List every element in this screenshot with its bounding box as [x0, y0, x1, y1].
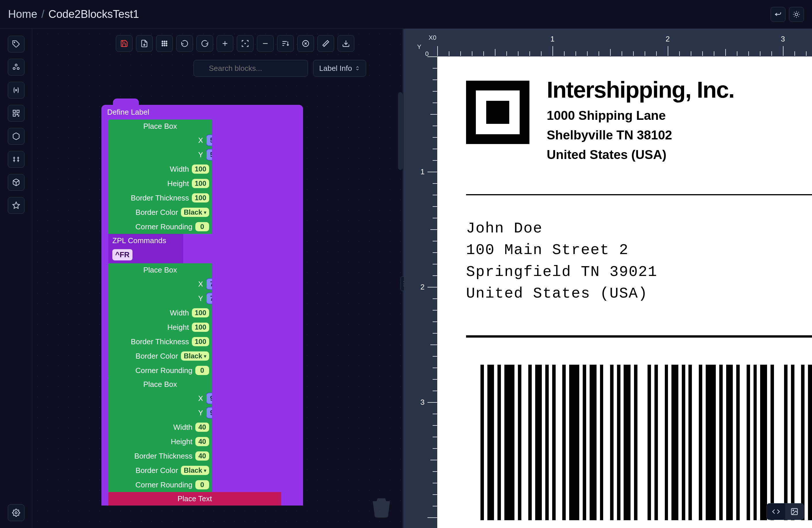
svg-point-14: [164, 43, 165, 44]
logo-icon: [466, 80, 530, 144]
breadcrumb: Home / Code2BlocksTest1: [8, 8, 139, 20]
undo-button[interactable]: [176, 35, 193, 52]
ruler-button[interactable]: [317, 35, 334, 52]
svg-rect-7: [13, 114, 15, 116]
image-view-button[interactable]: [785, 503, 804, 520]
redo-button[interactable]: [197, 35, 213, 52]
minus-button[interactable]: [257, 35, 274, 52]
width-value[interactable]: 40: [195, 423, 209, 432]
company-name: Intershipping, Inc.: [547, 77, 734, 103]
block-title: Place Box: [108, 119, 212, 133]
recipient-line: United States (USA): [466, 283, 657, 305]
recipient-line: John Doe: [466, 218, 657, 239]
company-addr2: Shelbyville TN 38102: [547, 128, 734, 142]
sidebar: [0, 29, 32, 528]
height-value[interactable]: 100: [192, 179, 209, 188]
export-file-button[interactable]: [136, 35, 153, 52]
label-canvas[interactable]: Intershipping, Inc. 1000 Shipping Lane S…: [437, 57, 812, 528]
recipient-line: 100 Main Street 2: [466, 239, 657, 261]
width-value[interactable]: 100: [192, 308, 209, 318]
company-address: Intershipping, Inc. 1000 Shipping Lane S…: [547, 77, 734, 162]
svg-marker-8: [13, 202, 19, 208]
svg-rect-5: [13, 110, 15, 113]
block-title: Place Box: [108, 263, 212, 277]
border-color-value[interactable]: Black: [181, 466, 209, 475]
svg-point-11: [164, 41, 165, 42]
place-box-block-1[interactable]: Place Box X75 Y75 Width100 Height100 Bor…: [108, 263, 212, 378]
recipient-address: John Doe 100 Main Street 2 Springfield T…: [466, 218, 657, 305]
border-color-value[interactable]: Black: [181, 208, 209, 217]
svg-point-10: [162, 41, 163, 42]
border-color-value[interactable]: Black: [181, 351, 209, 361]
label-preview: X0 Y 0 123 123 Intershipping, Inc. 1000 …: [404, 29, 812, 528]
view-toggle: [767, 503, 804, 520]
svg-point-23: [793, 510, 794, 511]
trash-icon[interactable]: [370, 494, 393, 520]
star-icon[interactable]: [8, 197, 25, 214]
ruler-horizontal: 123: [437, 37, 812, 56]
svg-point-4: [17, 68, 19, 70]
define-label-title: Define Label: [101, 105, 303, 119]
block-title: Place Box: [108, 378, 212, 391]
svg-point-2: [15, 64, 17, 66]
hexagon-icon[interactable]: [8, 128, 25, 145]
height-value[interactable]: 100: [192, 323, 209, 332]
sort-button[interactable]: [277, 35, 294, 52]
x-value[interactable]: 50: [206, 134, 212, 146]
block-title: Place Text: [108, 492, 281, 505]
barcode: [480, 365, 812, 520]
border-thickness-value[interactable]: 40: [195, 451, 209, 460]
zpl-title: ZPL Commands: [108, 234, 183, 247]
place-box-block-2[interactable]: Place Box X93 Y93 Width40 Height40 Borde…: [108, 378, 212, 492]
label-info-text: Label Info: [319, 64, 352, 73]
zpl-commands-block[interactable]: ZPL Commands ^FR: [108, 234, 183, 263]
package-icon[interactable]: [8, 174, 25, 191]
grid-button[interactable]: [156, 35, 173, 52]
blocks-canvas[interactable]: Define Label Place Box X50 Y50 Width100 …: [101, 105, 303, 505]
corner-rounding-value[interactable]: 0: [195, 222, 209, 231]
zpl-value[interactable]: ^FR: [112, 249, 132, 260]
form-icon[interactable]: [8, 151, 25, 168]
x-value[interactable]: 75: [206, 278, 212, 290]
breadcrumb-home[interactable]: Home: [8, 8, 37, 20]
corner-rounding-value[interactable]: 0: [195, 366, 209, 375]
svg-point-15: [166, 43, 167, 44]
place-box-block-0[interactable]: Place Box X50 Y50 Width100 Height100 Bor…: [108, 119, 212, 234]
tag-icon[interactable]: [8, 36, 25, 53]
svg-point-9: [15, 512, 17, 514]
scrollbar-thumb[interactable]: [398, 92, 403, 170]
company-addr3: United States (USA): [547, 147, 734, 162]
border-thickness-value[interactable]: 100: [192, 337, 209, 346]
define-label-block[interactable]: Define Label Place Box X50 Y50 Width100 …: [101, 105, 303, 505]
label-info-button[interactable]: Label Info: [313, 60, 366, 77]
svg-point-16: [162, 45, 163, 46]
add-button[interactable]: [217, 35, 233, 52]
save-button[interactable]: [116, 35, 132, 52]
svg-point-12: [166, 41, 167, 42]
y-value[interactable]: 93: [206, 407, 212, 419]
x-value[interactable]: 93: [206, 393, 212, 404]
svg-point-3: [13, 68, 15, 70]
settings-icon[interactable]: [8, 504, 25, 521]
back-button[interactable]: [770, 7, 785, 22]
cancel-button[interactable]: [297, 35, 314, 52]
code-view-button[interactable]: [767, 503, 785, 520]
divider-line: [466, 194, 812, 195]
chevron-updown-icon: [355, 66, 360, 71]
download-button[interactable]: [337, 35, 354, 52]
y-value[interactable]: 50: [206, 149, 212, 160]
width-value[interactable]: 100: [192, 164, 209, 174]
search-input[interactable]: [193, 60, 308, 77]
focus-button[interactable]: [237, 35, 253, 52]
editor-toolbar: [32, 29, 404, 55]
place-text-block[interactable]: Place Text: [108, 492, 281, 505]
corner-rounding-value[interactable]: 0: [195, 480, 209, 489]
border-thickness-value[interactable]: 100: [192, 193, 209, 203]
svg-rect-6: [17, 110, 19, 113]
modules-icon[interactable]: [8, 59, 25, 75]
theme-toggle-button[interactable]: [789, 7, 804, 22]
height-value[interactable]: 40: [195, 437, 209, 446]
qrcode-icon[interactable]: [8, 105, 25, 121]
y-value[interactable]: 75: [206, 293, 212, 304]
variable-icon[interactable]: [8, 82, 25, 99]
